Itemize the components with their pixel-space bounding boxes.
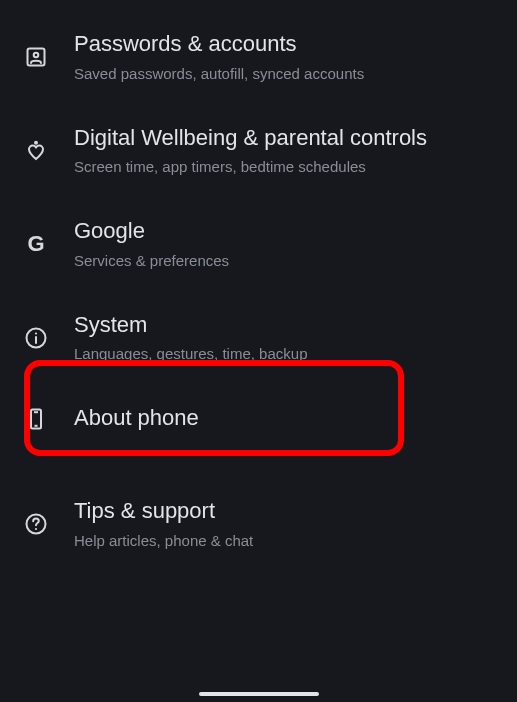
- google-icon: G: [24, 232, 48, 256]
- settings-item-text: Passwords & accounts Saved passwords, au…: [74, 30, 493, 84]
- help-icon: [24, 512, 48, 536]
- settings-item-text: Tips & support Help articles, phone & ch…: [74, 497, 493, 551]
- info-icon: [24, 326, 48, 350]
- settings-item-about[interactable]: About phone: [0, 384, 517, 453]
- settings-item-tips[interactable]: Tips & support Help articles, phone & ch…: [0, 479, 517, 569]
- svg-point-2: [34, 141, 38, 145]
- settings-item-text: Digital Wellbeing & parental controls Sc…: [74, 124, 493, 178]
- settings-item-passwords[interactable]: Passwords & accounts Saved passwords, au…: [0, 10, 517, 104]
- settings-item-title: System: [74, 311, 493, 340]
- phone-device-icon: [24, 407, 48, 431]
- settings-item-subtitle: Languages, gestures, time, backup: [74, 343, 493, 364]
- settings-item-subtitle: Services & preferences: [74, 250, 493, 271]
- settings-item-title: Tips & support: [74, 497, 493, 526]
- settings-item-text: About phone: [74, 404, 493, 433]
- settings-item-subtitle: Screen time, app timers, bedtime schedul…: [74, 156, 493, 177]
- navigation-home-pill[interactable]: [199, 692, 319, 696]
- wellbeing-heart-icon: [24, 138, 48, 162]
- settings-list: Passwords & accounts Saved passwords, au…: [0, 0, 517, 579]
- account-box-icon: [24, 45, 48, 69]
- settings-item-title: Google: [74, 217, 493, 246]
- svg-point-1: [34, 52, 39, 57]
- settings-item-system[interactable]: System Languages, gestures, time, backup: [0, 291, 517, 385]
- settings-item-title: Digital Wellbeing & parental controls: [74, 124, 493, 153]
- settings-item-wellbeing[interactable]: Digital Wellbeing & parental controls Sc…: [0, 104, 517, 198]
- settings-item-subtitle: Help articles, phone & chat: [74, 530, 493, 551]
- settings-item-text: System Languages, gestures, time, backup: [74, 311, 493, 365]
- svg-point-10: [35, 528, 37, 530]
- settings-item-subtitle: Saved passwords, autofill, synced accoun…: [74, 63, 493, 84]
- settings-item-title: About phone: [74, 404, 493, 433]
- settings-item-google[interactable]: G Google Services & preferences: [0, 197, 517, 291]
- settings-item-title: Passwords & accounts: [74, 30, 493, 59]
- svg-point-5: [35, 332, 37, 334]
- settings-item-text: Google Services & preferences: [74, 217, 493, 271]
